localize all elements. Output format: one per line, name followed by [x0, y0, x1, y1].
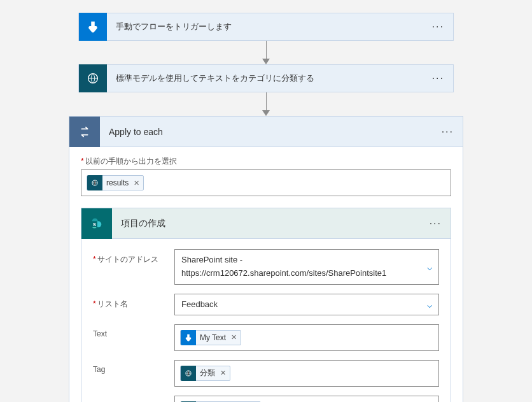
confidence-input[interactable]: 信頼度スコア ✕ [174, 396, 439, 402]
create-item-body: *サイトのアドレス SharePoint site - https://crm1… [81, 239, 451, 402]
classify-title: 標準モデルを使用してテキストをカテゴリに分類する [107, 73, 423, 84]
connector-arrow [262, 41, 270, 64]
ai-token-icon [181, 366, 196, 381]
loop-icon [69, 117, 100, 147]
trigger-token-icon [181, 330, 196, 345]
apply-to-each-header[interactable]: Apply to each ··· [69, 117, 463, 147]
site-address-row: *サイトのアドレス SharePoint site - https://crm1… [93, 249, 439, 285]
ai-icon [79, 64, 107, 92]
chevron-down-icon: ⌵ [427, 262, 432, 272]
tag-label: Tag [93, 360, 174, 374]
token-label: My Text [200, 333, 226, 342]
text-input[interactable]: My Text ✕ [174, 324, 439, 351]
apply-to-each-container: Apply to each ··· *以前の手順から出力を選択 results … [69, 116, 463, 402]
ai-token-icon [87, 175, 102, 190]
token-tag[interactable]: 分類 ✕ [180, 366, 230, 381]
text-row: Text My Text ✕ [93, 324, 439, 351]
flow-canvas: 手動でフローをトリガーします ··· 標準モデルを使用してテキストをカテゴリに分… [0, 13, 532, 402]
create-item-title: 項目の作成 [112, 218, 421, 229]
tag-input[interactable]: 分類 ✕ [174, 360, 439, 387]
site-address-label: *サイトのアドレス [93, 249, 174, 265]
site-address-value-line2: https://crm120672.sharepoint.com/sites/S… [181, 267, 386, 280]
confidence-row: Confidence score 信頼度スコア ✕ [93, 396, 439, 402]
token-remove-button[interactable]: ✕ [220, 369, 226, 377]
token-label: 分類 [200, 368, 215, 378]
apply-to-each-menu-button[interactable]: ··· [433, 126, 463, 138]
create-item-header[interactable]: S 項目の作成 ··· [81, 208, 451, 239]
list-name-label: *リスト名 [93, 294, 174, 310]
connector-arrow [262, 92, 270, 116]
sharepoint-icon: S [81, 208, 112, 239]
classify-menu-button[interactable]: ··· [423, 73, 453, 84]
apply-to-each-body: *以前の手順から出力を選択 results ✕ [69, 147, 463, 402]
create-item-menu-button[interactable]: ··· [421, 218, 451, 229]
site-address-select[interactable]: SharePoint site - https://crm120672.shar… [174, 249, 439, 285]
svg-text:S: S [93, 221, 96, 227]
prev-output-input[interactable]: results ✕ [81, 169, 451, 196]
site-address-value-line1: SharePoint site - [181, 254, 386, 267]
confidence-label: Confidence score [93, 396, 174, 402]
text-label: Text [93, 324, 174, 338]
list-name-row: *リスト名 Feedback ⌵ [93, 294, 439, 315]
token-remove-button[interactable]: ✕ [134, 179, 139, 187]
token-label: results [106, 178, 129, 187]
classify-card[interactable]: 標準モデルを使用してテキストをカテゴリに分類する ··· [78, 64, 454, 92]
trigger-icon [79, 13, 107, 41]
trigger-menu-button[interactable]: ··· [423, 21, 453, 32]
token-results[interactable]: results ✕ [87, 175, 144, 190]
list-name-select[interactable]: Feedback ⌵ [174, 294, 439, 315]
create-item-action: S 項目の作成 ··· *サイトのアドレス [81, 208, 451, 402]
token-remove-button[interactable]: ✕ [231, 333, 237, 341]
tag-row: Tag 分類 ✕ [93, 360, 439, 387]
token-my-text[interactable]: My Text ✕ [180, 330, 241, 345]
chevron-down-icon: ⌵ [427, 299, 432, 310]
list-name-value: Feedback [181, 299, 218, 309]
apply-to-each-title: Apply to each [100, 127, 433, 137]
trigger-title: 手動でフローをトリガーします [107, 21, 423, 32]
prev-output-label: *以前の手順から出力を選択 [81, 156, 451, 167]
trigger-card[interactable]: 手動でフローをトリガーします ··· [78, 13, 454, 41]
